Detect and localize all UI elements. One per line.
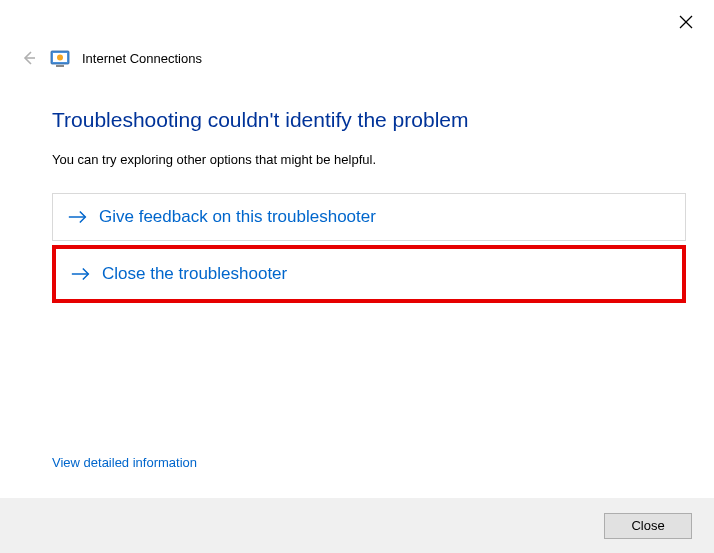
svg-point-5 [57,55,63,61]
subtext: You can try exploring other options that… [52,152,686,167]
view-detailed-link[interactable]: View detailed information [52,455,197,470]
header: Internet Connections [20,48,202,68]
option-label: Give feedback on this troubleshooter [99,207,376,227]
window-title: Internet Connections [82,51,202,66]
back-arrow-icon [21,50,37,66]
arrow-right-icon [70,263,92,285]
svg-rect-6 [56,65,64,67]
close-x-icon [679,15,693,29]
arrow-right-icon [67,206,89,228]
close-button[interactable]: Close [604,513,692,539]
option-close-troubleshooter[interactable]: Close the troubleshooter [52,245,686,303]
troubleshooter-icon [50,48,70,68]
option-give-feedback[interactable]: Give feedback on this troubleshooter [52,193,686,241]
back-button [20,49,38,67]
main-heading: Troubleshooting couldn't identify the pr… [52,108,686,132]
content-area: Troubleshooting couldn't identify the pr… [52,108,686,307]
option-label: Close the troubleshooter [102,264,287,284]
footer: Close [0,498,714,553]
window-close-button[interactable] [676,12,696,32]
